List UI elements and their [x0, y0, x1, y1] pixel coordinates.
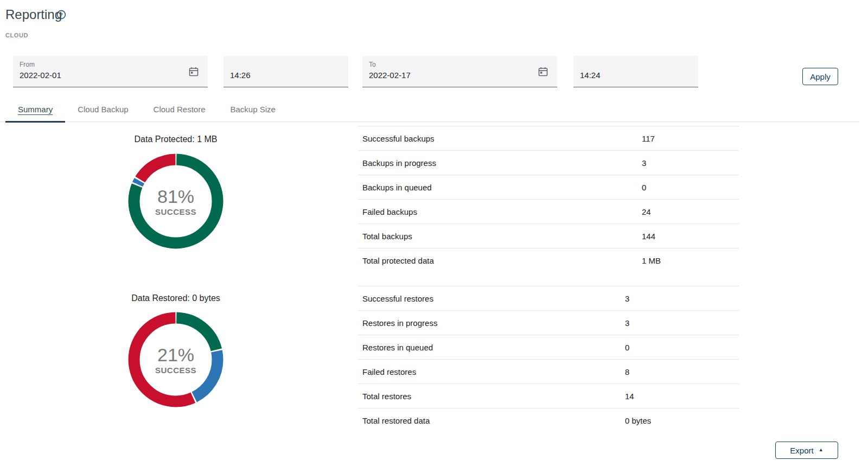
- data-restored-title: Data Restored: 0 bytes: [0, 293, 352, 303]
- page-title: Reporting: [5, 7, 62, 22]
- tab-bar: SummaryCloud BackupCloud RestoreBackup S…: [0, 98, 859, 122]
- success-percentage: 21%: [157, 345, 194, 365]
- stat-label: Restores in progress: [362, 311, 437, 335]
- tab-cloud-backup[interactable]: Cloud Backup: [65, 98, 141, 122]
- stat-label: Successful restores: [362, 286, 433, 311]
- tab-cloud-restore[interactable]: Cloud Restore: [141, 98, 218, 122]
- stat-label: Backups in progress: [362, 151, 436, 175]
- table-row: Failed restores8: [358, 359, 739, 383]
- stat-value: 3: [642, 151, 646, 175]
- stat-label: Total restored data: [362, 408, 430, 433]
- table-row: Backups in progress3: [358, 150, 739, 175]
- stat-value: 8: [625, 360, 629, 384]
- table-row: Total restores14: [358, 383, 739, 408]
- calendar-icon[interactable]: [538, 66, 548, 77]
- data-protected-title: Data Protected: 1 MB: [0, 135, 352, 144]
- stat-value: 14: [625, 384, 634, 408]
- tab-summary[interactable]: Summary: [5, 98, 65, 122]
- export-label: Export: [790, 446, 813, 455]
- success-percentage: 81%: [157, 187, 194, 206]
- to-time-field[interactable]: 14:24: [573, 56, 698, 87]
- tab-backup-size[interactable]: Backup Size: [218, 98, 288, 122]
- calendar-icon[interactable]: [188, 66, 199, 77]
- stat-label: Total protected data: [362, 248, 434, 273]
- backup-stats-table: Successful backups117Backups in progress…: [358, 126, 739, 272]
- table-row: Backups in queued0: [358, 175, 739, 199]
- caret-up-icon: ▲: [819, 447, 824, 452]
- to-date-value[interactable]: 2022-02-17: [369, 70, 551, 81]
- apply-button[interactable]: Apply: [802, 68, 838, 85]
- stat-value: 24: [642, 200, 651, 224]
- from-date-value[interactable]: 2022-02-01: [20, 70, 201, 81]
- to-label: To: [369, 61, 551, 69]
- stat-value: 0 bytes: [625, 408, 651, 433]
- stat-value: 1 MB: [642, 248, 661, 273]
- help-icon[interactable]: ?: [56, 10, 66, 20]
- table-row: Successful restores3: [358, 286, 739, 310]
- stat-value: 0: [642, 175, 646, 200]
- table-row: Failed backups24: [358, 199, 739, 223]
- stat-label: Successful backups: [362, 126, 435, 151]
- from-date-field[interactable]: From 2022-02-01: [13, 56, 208, 87]
- reporting-page: Reporting ? CLOUD From 2022-02-01 14:26 …: [0, 0, 868, 473]
- success-label: SUCCESS: [155, 366, 196, 375]
- stat-label: Failed restores: [362, 360, 416, 384]
- table-row: Successful backups117: [358, 126, 739, 150]
- stat-label: Failed backups: [362, 200, 417, 224]
- svg-text:?: ?: [60, 11, 63, 17]
- data-protected-donut: 81% SUCCESS: [128, 154, 224, 249]
- stat-value: 3: [625, 311, 629, 335]
- stat-label: Restores in queued: [362, 335, 433, 360]
- table-row: Restores in progress3: [358, 310, 739, 335]
- table-row: Restores in queued0: [358, 335, 739, 359]
- table-row: Total backups144: [358, 223, 739, 248]
- to-date-field[interactable]: To 2022-02-17: [362, 56, 557, 87]
- stat-value: 144: [642, 224, 655, 248]
- restore-stats-table: Successful restores3Restores in progress…: [358, 286, 739, 432]
- stat-value: 0: [625, 335, 629, 360]
- from-label: From: [20, 61, 201, 69]
- from-time-field[interactable]: 14:26: [224, 56, 348, 87]
- stat-label: Total backups: [362, 224, 412, 248]
- stat-label: Total restores: [362, 384, 411, 408]
- section-label: CLOUD: [5, 32, 28, 39]
- table-row: Total protected data1 MB: [358, 248, 739, 272]
- to-time-value[interactable]: 14:24: [580, 70, 692, 81]
- data-restored-donut: 21% SUCCESS: [128, 312, 224, 407]
- success-label: SUCCESS: [155, 207, 196, 216]
- table-row: Total restored data0 bytes: [358, 408, 739, 432]
- help-icon-svg: ?: [56, 10, 66, 20]
- stat-value: 117: [642, 126, 655, 151]
- export-button[interactable]: Export ▲: [775, 442, 838, 459]
- stat-label: Backups in queued: [362, 175, 432, 200]
- from-time-value[interactable]: 14:26: [230, 70, 342, 81]
- stat-value: 3: [625, 286, 629, 311]
